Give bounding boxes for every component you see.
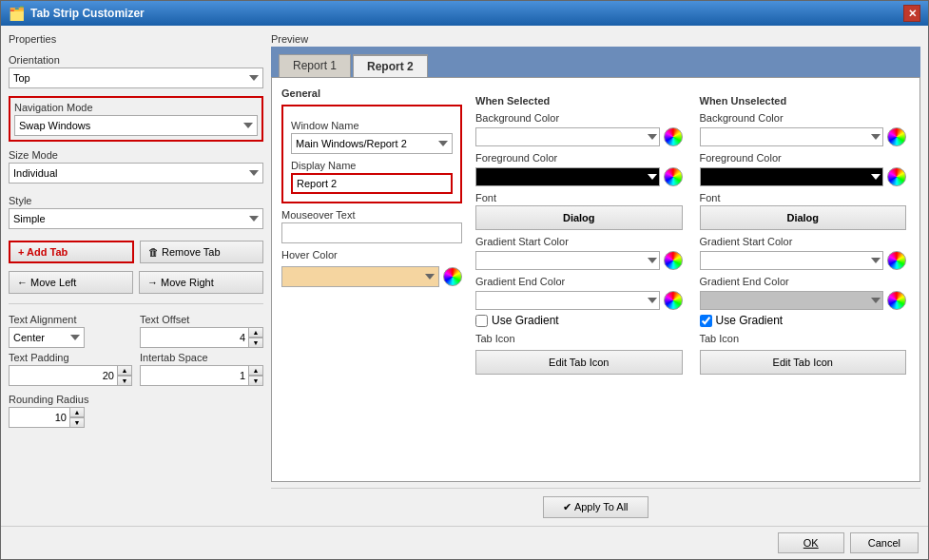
unsel-use-gradient-row: Use Gradient <box>700 314 907 327</box>
window-name-label: Window Name <box>291 120 453 131</box>
tab-report1[interactable]: Report 1 <box>279 54 351 77</box>
sel-fg-color-wheel[interactable] <box>664 167 683 186</box>
bottom-bar: OK Cancel <box>1 526 928 559</box>
move-right-button[interactable]: → Move Right <box>139 271 263 294</box>
text-offset-input[interactable] <box>140 327 263 348</box>
unsel-grad-start-wheel[interactable] <box>887 251 906 270</box>
mouseover-label: Mouseover Text <box>281 209 462 221</box>
add-tab-button[interactable]: + Add Tab <box>9 241 134 263</box>
intertab-up[interactable]: ▲ <box>248 365 263 376</box>
sel-font-button[interactable]: Dialog <box>475 205 683 230</box>
preview-label: Preview <box>271 33 920 45</box>
tab-strip: Report 1 Report 2 <box>271 47 920 77</box>
sel-grad-end-label: Gradient End Color <box>475 276 683 287</box>
size-mode-select[interactable]: Individual <box>9 163 263 183</box>
window-name-select[interactable]: Main Windows/Report 2 <box>291 133 453 154</box>
hover-color-row <box>281 266 462 287</box>
sel-bg-label: Background Color <box>475 112 683 124</box>
text-align-select[interactable]: Center <box>9 327 85 348</box>
unsel-fg-color-wheel[interactable] <box>887 167 906 186</box>
sel-grad-start-label: Gradient Start Color <box>475 236 683 247</box>
text-offset-down[interactable]: ▼ <box>248 338 263 348</box>
when-selected-header: When Selected <box>475 95 683 106</box>
rounding-up[interactable]: ▲ <box>69 407 85 417</box>
text-padding-down[interactable]: ▼ <box>117 376 132 386</box>
sel-edit-icon-button[interactable]: Edit Tab Icon <box>475 350 683 375</box>
text-align-offset-row: Text Alignment Center Text Offset ▲ ▼ <box>9 314 263 348</box>
orientation-section: Orientation Top <box>9 50 263 92</box>
sel-fg-color-select[interactable] <box>475 167 660 186</box>
unsel-grad-end-select[interactable] <box>700 291 884 310</box>
nav-mode-select[interactable]: Swap Windows <box>14 115 258 136</box>
window-title: Tab Strip Customizer <box>30 7 145 20</box>
size-mode-section: Size Mode Individual <box>9 145 263 187</box>
sel-grad-start-select[interactable] <box>475 251 660 270</box>
nav-mode-section: Navigation Mode Swap Windows <box>9 96 263 142</box>
unsel-bg-color-select[interactable] <box>700 127 884 146</box>
sel-grad-start-wheel[interactable] <box>664 251 683 270</box>
text-padding-input[interactable] <box>9 365 132 386</box>
nav-mode-label: Navigation Mode <box>14 102 258 113</box>
sel-bg-color-select[interactable] <box>475 127 660 146</box>
when-unselected-column: When Unselected Background Color Foregro… <box>696 87 911 472</box>
intertab-label: Intertab Space <box>140 352 263 363</box>
sel-use-gradient-check[interactable] <box>475 315 488 327</box>
unsel-use-gradient-label: Use Gradient <box>716 314 784 327</box>
tab-action-row1: + Add Tab 🗑 Remove Tab <box>9 241 263 263</box>
orientation-label: Orientation <box>9 54 263 66</box>
rounding-down[interactable]: ▼ <box>69 417 85 428</box>
unsel-grad-end-wheel[interactable] <box>887 291 906 310</box>
general-header: General <box>281 87 462 99</box>
text-padding-intertab-row: Text Padding ▲ ▼ Intertab Space <box>9 352 263 386</box>
sel-grad-end-wheel[interactable] <box>664 291 683 310</box>
intertab-down[interactable]: ▼ <box>248 376 263 386</box>
cancel-button[interactable]: Cancel <box>850 532 919 553</box>
unsel-grad-end-label: Gradient End Color <box>700 276 907 287</box>
unsel-edit-icon-button[interactable]: Edit Tab Icon <box>700 350 907 375</box>
general-inner: Window Name Main Windows/Report 2 Displa… <box>281 105 462 203</box>
close-button[interactable]: ✕ <box>903 5 920 22</box>
unsel-bg-color-wheel[interactable] <box>887 127 906 146</box>
unsel-fg-color-select[interactable] <box>700 167 884 186</box>
sel-icon-label: Tab Icon <box>475 333 683 344</box>
hover-color-wheel[interactable] <box>443 267 462 286</box>
preview-body: General Window Name Main Windows/Report … <box>271 77 920 482</box>
mouseover-input[interactable] <box>281 222 462 243</box>
hover-color-select[interactable] <box>281 266 439 287</box>
tab-action-row2: ← Move Left → Move Right <box>9 271 263 294</box>
style-select[interactable]: Simple <box>9 208 263 229</box>
unsel-bg-label: Background Color <box>700 112 907 124</box>
move-left-button[interactable]: ← Move Left <box>9 271 133 294</box>
titlebar: 🗂️ Tab Strip Customizer ✕ <box>1 1 928 26</box>
text-padding-up[interactable]: ▲ <box>117 365 132 376</box>
rounding-label: Rounding Radius <box>9 394 263 405</box>
display-name-input[interactable] <box>291 173 453 194</box>
display-name-label: Display Name <box>291 160 453 171</box>
hover-color-label: Hover Color <box>281 249 462 261</box>
sel-use-gradient-row: Use Gradient <box>475 314 683 327</box>
ok-button[interactable]: OK <box>778 532 844 553</box>
right-panel: Preview Report 1 Report 2 General Window… <box>271 33 920 518</box>
tab-report2[interactable]: Report 2 <box>353 54 428 77</box>
sel-fg-label: Foreground Color <box>475 152 683 164</box>
orientation-select[interactable]: Top <box>9 68 263 88</box>
unsel-fg-label: Foreground Color <box>700 152 907 164</box>
sel-bg-color-wheel[interactable] <box>664 127 683 146</box>
unsel-font-label: Font <box>700 192 907 203</box>
intertab-input[interactable] <box>140 365 263 386</box>
unsel-grad-start-label: Gradient Start Color <box>700 236 907 247</box>
sel-use-gradient-label: Use Gradient <box>492 314 559 327</box>
unsel-grad-start-select[interactable] <box>700 251 884 270</box>
when-selected-column: When Selected Background Color Foregroun… <box>472 87 687 472</box>
text-offset-up[interactable]: ▲ <box>248 327 263 338</box>
unsel-font-button[interactable]: Dialog <box>700 205 907 230</box>
apply-to-all-button[interactable]: ✔ Apply To All <box>543 496 648 518</box>
text-offset-label: Text Offset <box>140 314 263 325</box>
remove-tab-button[interactable]: 🗑 Remove Tab <box>140 241 263 263</box>
apply-row: ✔ Apply To All <box>271 488 920 518</box>
style-section: Style Simple <box>9 191 263 233</box>
sel-grad-end-select[interactable] <box>475 291 660 310</box>
unsel-use-gradient-check[interactable] <box>700 315 712 327</box>
left-panel: Properties Orientation Top Navigation Mo… <box>9 33 263 518</box>
properties-label: Properties <box>9 33 263 45</box>
